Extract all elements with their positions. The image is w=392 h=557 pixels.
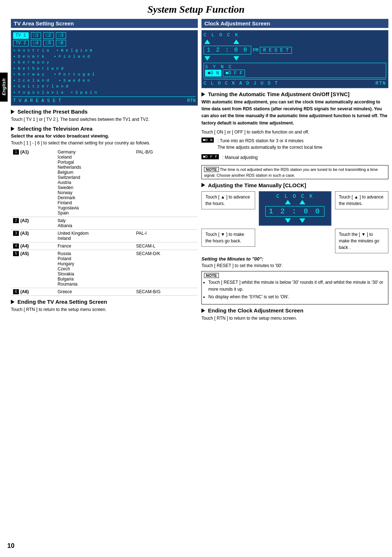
reset-btn[interactable]: R E S E T [260, 47, 292, 54]
tv-area-sub: Select the area for video broadcast view… [11, 133, 198, 139]
area-label-4: (A4) [20, 243, 29, 249]
mini-clock-label: C L O C K [276, 193, 314, 199]
page-title: System Setup Function [4, 4, 388, 15]
triangle-icon-2 [11, 127, 15, 131]
triangle-icon-5 [201, 183, 205, 187]
minutes-down-arrow[interactable] [233, 56, 239, 61]
off-text: : Manual adjusting [222, 154, 258, 161]
left-column: TV Area Setting Screen TV 1 □1 □2 □3 TV … [4, 19, 198, 553]
ch4-btn[interactable]: □4 [31, 40, 41, 46]
mini-hours-up[interactable] [285, 200, 291, 204]
triangle-icon [11, 110, 15, 114]
note-label-2: NOTE [204, 273, 219, 278]
hours-down-arrow[interactable] [204, 56, 210, 61]
clock-adjust-label: C L O C K A D J U S T [204, 81, 278, 86]
clock-time-display: 1 2 : 0 0 [204, 46, 251, 54]
right-column: Clock Adjustment Screen C L O C K 1 2 : … [201, 19, 388, 553]
table-row: 1 (A1) GermanyIcelandPortugalNetherlands… [11, 148, 198, 217]
clock-adj-header: Clock Adjustment Screen [201, 19, 388, 28]
tv1-btn[interactable]: TV 1 [13, 32, 29, 39]
advance-minutes-box: Touch [ ▲ ] to advance the minutes. [335, 191, 389, 209]
auto-time-bold: With automatic time adjustment, you can … [201, 99, 388, 127]
ch2-btn[interactable]: □2 [43, 32, 53, 39]
area-label-2: (A2) [20, 218, 29, 223]
clock-adjust-diagram: Touch [ ▲ ] to advance the hours. C L O … [201, 191, 388, 226]
area-standard-3: PAL-I [134, 230, 198, 242]
on-indicator: ■O N [201, 138, 214, 143]
area-standard-6: SECAM-B/G [134, 288, 198, 296]
sync-on-btn[interactable]: ■O N [205, 70, 221, 77]
area-countries-4: France [56, 242, 134, 250]
area-standard-5: SECAM-D/K [134, 250, 198, 288]
ch3-btn[interactable]: □3 [56, 32, 66, 39]
mini-clock-screen: C L O C K 1 2 : 0 0 [259, 191, 331, 226]
tv-rtn-btn[interactable]: RTN [187, 98, 196, 103]
note-bullet-1: Touch [ RESET ] whilst the minute is bel… [208, 279, 386, 293]
minutes-back-text: Touch the [ ▼ ] to make the minutes go b… [339, 232, 379, 250]
area-standard-4: SECAM-L [134, 242, 198, 250]
area-label-6: (A6) [20, 289, 29, 294]
area-icon-6: 6 [13, 289, 19, 294]
ch6-btn[interactable]: □6 [56, 40, 66, 46]
area-countries-5: RussiaPolandHungaryCzechSlovakiaBulgaria… [56, 250, 134, 288]
clock-footer: C L O C K A D J U S T RTN [204, 79, 386, 86]
advance-minutes-text: Touch [ ▲ ] to advance the minutes. [339, 194, 384, 206]
english-tab: English [0, 73, 8, 102]
sync-off-btn[interactable]: ■O F F [223, 70, 245, 77]
tv-area-header: TV Area Setting Screen [11, 19, 198, 28]
clock-screen: C L O C K 1 2 : 0 0 PM R E S E T [201, 30, 388, 88]
area-countries-6: Greece [56, 288, 134, 296]
area-table: 1 (A1) GermanyIcelandPortugalNetherlands… [11, 148, 198, 296]
auto-time-title: Turning the Automatic Time Adjustment On… [201, 91, 388, 97]
hours-back-text: Touch [ ▼ ] to make the hours go back. [205, 232, 244, 243]
area-standard-1: PAL-B/G [134, 148, 198, 217]
area-icon-5: 5 [13, 251, 19, 256]
preset-bands-text: Touch [ TV 1 ] or [ TV 2 ]. The band swi… [11, 116, 198, 123]
mini-hours-down[interactable] [285, 218, 291, 223]
hours-up-arrow[interactable] [204, 40, 210, 44]
country-list: • A u s t r i a • B e l g i u m • D e n … [13, 48, 196, 95]
table-row: 4 (A4) France SECAM-L [11, 242, 198, 250]
ending-tv-title: Ending the TV Area Setting Screen [11, 299, 198, 305]
ch1-btn[interactable]: □1 [31, 32, 41, 39]
mini-minutes-up[interactable] [299, 200, 305, 204]
tv-area-set-label: T V A R E A S E T [13, 98, 61, 103]
triangle-icon-3 [11, 300, 15, 304]
tv2-btn[interactable]: TV 2 [13, 40, 29, 46]
triangle-icon-4 [201, 92, 205, 97]
area-label-5: (A5) [20, 251, 29, 256]
ch5-btn[interactable]: □5 [43, 40, 53, 46]
tv-footer: T V A R E A S E T RTN [13, 97, 196, 103]
advance-hours-box: Touch [ ▲ ] to advance the hours. [201, 191, 255, 209]
area-label-1: (A1) [20, 150, 29, 155]
ending-tv-text: Touch [ RTN ] to return to the setup men… [11, 306, 198, 313]
table-row: 3 (A3) United KingdomIreland PAL-I [11, 230, 198, 242]
page-number: 10 [7, 542, 15, 550]
area-label-3: (A3) [20, 231, 29, 236]
tv-area-text: Touch [ 1 ] - [ 6 ] to select the channe… [11, 140, 198, 146]
clock-label: C L O C K [204, 32, 239, 38]
area-icon-1: 1 [13, 150, 19, 155]
minutes-up-arrow[interactable] [233, 40, 239, 44]
area-countries-3: United KingdomIreland [56, 230, 134, 242]
clock-label-ref: [CLOCK] [283, 182, 306, 188]
note-bullet-2: No display when the 'SYNC' is set to 'ON… [208, 294, 386, 300]
adjust-time-note: NOTE Touch [ RESET ] whilst the minute i… [201, 271, 388, 305]
triangle-icon-6 [201, 308, 205, 313]
auto-time-text: Touch [ ON ] or [ OFF ] to switch the fu… [201, 129, 388, 135]
advance-hours-text: Touch [ ▲ ] to advance the hours. [205, 194, 250, 206]
setting-minutes-text: Touch [ RESET ] to set the minutes to '0… [201, 262, 388, 269]
tv-area-title: Selecting the Television Area [11, 126, 198, 132]
note-text: The time is not adjusted when the RDS st… [204, 167, 378, 177]
tv-screen: TV 1 □1 □2 □3 TV 2 □4 □5 □6 • A u s t r … [11, 30, 198, 106]
off-indicator: ■O F F [201, 154, 219, 159]
mini-minutes-down[interactable] [299, 218, 305, 223]
table-row: 6 (A6) Greece SECAM-B/G [11, 288, 198, 296]
sync-label: S Y N C [205, 64, 233, 70]
clock-rtn-btn[interactable]: RTN [376, 81, 386, 86]
auto-time-note: NOTE The time is not adjusted when the R… [201, 165, 388, 179]
area-icon-4: 4 [13, 243, 19, 249]
note-bullets: Touch [ RESET ] whilst the minute is bel… [208, 279, 386, 301]
table-row: 5 (A5) RussiaPolandHungaryCzechSlovakiaB… [11, 250, 198, 288]
area-countries-2: ItalyAlbania [56, 217, 134, 230]
